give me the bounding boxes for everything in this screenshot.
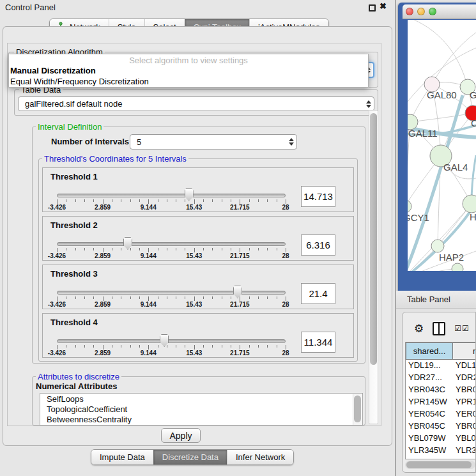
threshold-panel-2: Threshold 2-3.4262.8599.14415.4321.71528… xyxy=(42,216,354,261)
table-hscrollbar-thumb[interactable] xyxy=(406,461,472,468)
slider-tick xyxy=(203,199,204,202)
table-row[interactable]: YLR345WYLR3 xyxy=(406,445,476,457)
attributes-scrollbar-track[interactable] xyxy=(353,394,362,426)
network-node-label: HAP2 xyxy=(439,252,464,263)
table-cell: YBL079W xyxy=(406,433,453,445)
slider-tick xyxy=(185,345,185,348)
attribute-list-item[interactable]: SelfLoops xyxy=(40,394,362,404)
slider-track[interactable] xyxy=(57,291,286,295)
attribute-list-item[interactable]: TopologicalCoefficient xyxy=(40,404,362,414)
close-traffic-light[interactable] xyxy=(406,8,413,15)
float-window-icon[interactable] xyxy=(369,4,376,12)
table-row[interactable]: YDL19...YDL1 xyxy=(406,360,476,372)
network-node-label: GAL80 xyxy=(427,89,457,100)
popup-item-manual-discretization[interactable]: Manual Discretization xyxy=(9,65,368,76)
apply-button[interactable]: Apply xyxy=(161,428,201,443)
slider-track[interactable] xyxy=(57,339,286,343)
slider-tick xyxy=(93,345,94,348)
table-cell: YER054C xyxy=(406,408,453,420)
slider-tick xyxy=(212,345,213,348)
tab-impute-data[interactable]: Impute Data xyxy=(91,450,153,464)
gene-table[interactable]: shared...n YDL19...YDL1YDR27...YDR2YBR04… xyxy=(405,342,476,459)
select-columns-icon[interactable]: ☑☑ xyxy=(454,324,470,333)
table-cell: YBL0 xyxy=(453,433,476,445)
table-cell: YDL19... xyxy=(406,360,453,372)
numerical-attributes-list[interactable]: SelfLoopsTopologicalCoefficientBetweenne… xyxy=(40,393,363,426)
gear-icon[interactable]: ⚙ xyxy=(414,322,424,335)
table-row[interactable]: YBR045CYBR0 xyxy=(406,420,476,433)
slider-tick xyxy=(185,199,185,202)
slider-tick xyxy=(286,296,286,301)
column-header-1[interactable]: shared... xyxy=(406,342,453,360)
slider-handle[interactable] xyxy=(160,334,169,347)
table-row[interactable]: YDR27...YDR2 xyxy=(406,372,476,384)
network-node-gcy1[interactable] xyxy=(408,200,411,213)
tab-discretize-data[interactable]: Discretize Data xyxy=(153,450,227,464)
network-edge[interactable] xyxy=(410,113,473,122)
slider-tick xyxy=(286,248,286,252)
threshold-value-field[interactable]: 14.713 xyxy=(301,186,335,207)
threshold-value-field[interactable]: 21.4 xyxy=(301,283,335,304)
table-data-combobox[interactable]: galFiltered.sif default node xyxy=(18,96,374,111)
table-data-combobox-value: galFiltered.sif default node xyxy=(19,99,364,109)
control-panel: Control Panel ✖ NetworkStyleSelectCyni T… xyxy=(0,0,395,476)
table-row[interactable]: YIL052CYIL0 xyxy=(406,457,476,459)
network-window-titlebar[interactable] xyxy=(403,4,476,19)
network-edge[interactable] xyxy=(414,20,468,87)
slider-track[interactable] xyxy=(57,242,286,246)
slider-tick-label: 9.144 xyxy=(141,204,157,211)
slider-handle[interactable] xyxy=(185,188,194,201)
popup-item-equal-width-frequency-discretization[interactable]: Equal Width/Frequency Discretization xyxy=(9,76,368,87)
slider-handle[interactable] xyxy=(233,286,242,298)
thresholds-group-title: Threshold's Coordinates for 5 Intervals xyxy=(42,154,188,164)
network-node[interactable] xyxy=(452,263,463,271)
settings-scrollbar-thumb[interactable] xyxy=(370,113,377,365)
slider-tick-label: 9.144 xyxy=(141,349,157,357)
tab-infer-network[interactable]: Infer Network xyxy=(227,450,293,464)
slider-tick-label: 28 xyxy=(282,252,289,259)
settings-scrollbar-track[interactable] xyxy=(369,110,378,424)
slider-handle[interactable] xyxy=(123,237,132,250)
table-hscrollbar-track[interactable] xyxy=(405,461,475,469)
close-icon[interactable]: ✖ xyxy=(380,1,387,11)
slider-tick xyxy=(57,248,58,252)
slider-tick xyxy=(222,199,222,202)
attribute-list-item[interactable]: BetweennessCentrality xyxy=(40,414,362,424)
threshold-value-field[interactable]: 6.316 xyxy=(301,234,335,256)
slider-tick xyxy=(112,199,112,202)
slider-tick xyxy=(203,296,204,299)
slider-tick xyxy=(158,345,158,348)
network-canvas[interactable]: GAL80GALCGAL11GAL4GCY1HHAP2 xyxy=(408,20,476,271)
threshold-value-field[interactable]: 11.344 xyxy=(301,332,335,353)
slider-tick xyxy=(258,248,259,250)
network-node-hap2[interactable] xyxy=(431,240,444,252)
slider-tick-label: 21.715 xyxy=(230,301,250,308)
table-row[interactable]: YER054CYER0 xyxy=(406,408,476,420)
slider-tick-label: 15.43 xyxy=(186,349,202,357)
slider-tick xyxy=(130,296,131,299)
table-row[interactable]: YBL079WYBL0 xyxy=(406,433,476,445)
slider-tick-label: -3.426 xyxy=(48,204,66,211)
table-cell: YIL0 xyxy=(453,457,476,459)
table-row[interactable]: YPR145WYPR1 xyxy=(406,396,476,408)
slider-tick xyxy=(66,199,66,202)
table-row[interactable]: YBR043CYBR0 xyxy=(406,384,476,396)
slider-tick xyxy=(57,199,58,204)
column-header-2[interactable]: n xyxy=(453,342,476,360)
slider-tick xyxy=(167,248,167,250)
slider-track[interactable] xyxy=(57,194,286,197)
slider-tick xyxy=(258,345,259,348)
slider-tick-label: 15.43 xyxy=(186,204,202,211)
network-graph[interactable]: GAL80GALCGAL11GAL4GCY1HHAP2 xyxy=(408,20,476,271)
network-node-h[interactable] xyxy=(463,195,476,213)
zoom-traffic-light[interactable] xyxy=(429,8,436,15)
slider-tick xyxy=(103,296,104,301)
numerical-attributes-label: Numerical Attributes xyxy=(36,381,117,391)
slider-tick xyxy=(93,296,94,299)
minimize-traffic-light[interactable] xyxy=(417,8,425,15)
network-edge[interactable] xyxy=(408,122,410,271)
split-pane-icon[interactable] xyxy=(433,322,445,335)
number-of-intervals-spinner[interactable]: 5 xyxy=(130,134,297,150)
network-edge[interactable] xyxy=(432,33,476,84)
attributes-scrollbar-thumb[interactable] xyxy=(354,395,361,422)
